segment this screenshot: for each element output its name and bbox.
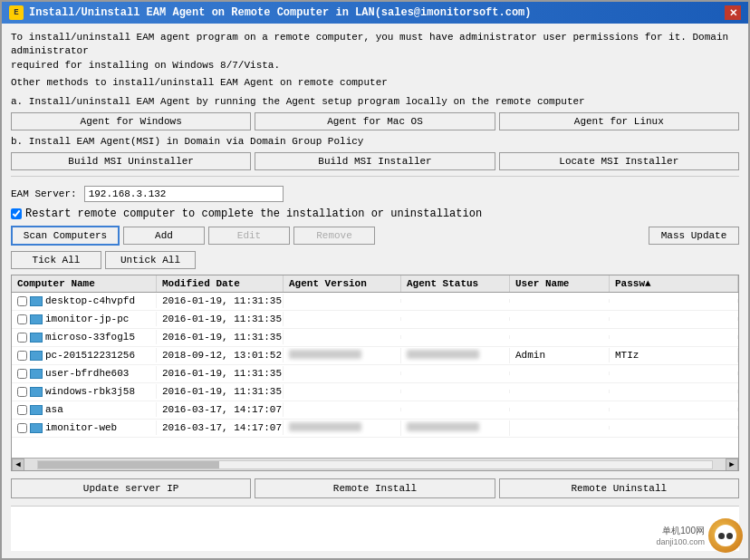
table-row[interactable]: pc-2015122312562018-09-12, 13:01:52Admin… <box>12 347 738 365</box>
table-row[interactable]: user-bfrdhe6032016-01-19, 11:31:35 <box>12 365 738 383</box>
cell-computer-name: imonitor-web <box>12 420 157 435</box>
cell-date: 2016-03-17, 14:17:07 <box>157 420 284 435</box>
cell-agent-version <box>284 348 401 363</box>
cell-password <box>610 372 738 375</box>
server-ip-input[interactable] <box>84 186 284 202</box>
col-computer-name: Computer Name <box>12 275 157 292</box>
app-icon: E <box>9 5 24 20</box>
cell-agent-status <box>401 390 510 393</box>
table-row[interactable]: asa2016-03-17, 14:17:07 <box>12 401 738 420</box>
remote-uninstall-button[interactable]: Remote Uninstall <box>499 478 739 498</box>
table-row[interactable]: imonitor-jp-pc2016-01-19, 11:31:35 <box>12 311 738 329</box>
edit-button[interactable]: Edit <box>208 227 290 245</box>
watermark-url: danji100.com <box>656 537 705 546</box>
horizontal-scrollbar[interactable]: ◀ ▶ <box>12 458 738 470</box>
build-msi-uninstaller-button[interactable]: Build MSI Uninstaller <box>11 152 251 170</box>
cell-password <box>610 426 738 430</box>
cell-agent-status <box>401 372 510 375</box>
restart-label: Restart remote computer to complete the … <box>25 208 482 220</box>
agent-linux-button[interactable]: Agent for Linux <box>499 112 739 130</box>
cell-user <box>510 426 610 430</box>
table-row[interactable]: desktop-c4hvpfd2016-01-19, 11:31:35 <box>12 293 738 311</box>
untick-all-button[interactable]: Untick All <box>105 251 196 269</box>
scroll-right-btn[interactable]: ▶ <box>726 459 738 471</box>
cell-computer-name: imonitor-jp-pc <box>12 312 157 326</box>
table-body[interactable]: desktop-c4hvpfd2016-01-19, 11:31:35imoni… <box>12 293 738 458</box>
agent-windows-button[interactable]: Agent for Windows <box>11 112 251 130</box>
build-msi-installer-button[interactable]: Build MSI Installer <box>255 152 495 170</box>
cell-computer-name: desktop-c4hvpfd <box>12 294 157 308</box>
restart-checkbox-row: Restart remote computer to complete the … <box>11 208 739 220</box>
cell-computer-name: user-bfrdhe603 <box>12 366 157 381</box>
title-bar: E Install/Uninstall EAM Agent on Remote … <box>2 2 748 24</box>
cell-agent-version <box>284 299 401 303</box>
cell-user <box>510 335 610 339</box>
computer-icon <box>30 333 43 343</box>
cell-password <box>610 390 738 393</box>
table-row[interactable]: microso-33fogl52016-01-19, 11:31:35 <box>12 329 738 347</box>
cell-user <box>510 390 610 393</box>
computer-icon <box>30 405 43 415</box>
cell-password <box>610 408 738 411</box>
cell-date: 2016-01-19, 11:31:35 <box>157 312 284 326</box>
mass-update-button[interactable]: Mass Update <box>649 227 739 245</box>
cell-user <box>510 299 610 303</box>
cell-agent-version <box>284 317 401 321</box>
scan-computers-button[interactable]: Scan Computers <box>11 226 120 246</box>
table-header: Computer Name Modified Date Agent Versio… <box>12 275 738 293</box>
cell-agent-status <box>401 408 510 411</box>
col-user-name: User Name <box>510 275 610 292</box>
cell-computer-name: windows-rbk3j58 <box>12 384 157 399</box>
cell-user: Admin <box>510 348 610 362</box>
computer-icon <box>30 296 43 306</box>
watermark: 单机100网 danji100.com <box>656 518 743 553</box>
agent-buttons-row: Agent for Windows Agent for Mac OS Agent… <box>11 112 739 130</box>
table-row[interactable]: imonitor-web2016-03-17, 14:17:07 <box>12 420 738 438</box>
computer-icon <box>30 387 43 397</box>
scroll-left-btn[interactable]: ◀ <box>12 459 24 471</box>
server-row: EAM Server: <box>11 186 739 202</box>
col-agent-version: Agent Version <box>284 275 401 292</box>
bottom-area <box>11 506 739 551</box>
cell-password <box>610 335 738 339</box>
col-modified-date: Modified Date <box>157 275 284 292</box>
cell-date: 2016-01-19, 11:31:35 <box>157 384 284 399</box>
scroll-track <box>37 460 713 469</box>
cell-agent-version <box>284 420 401 436</box>
cell-date: 2016-01-19, 11:31:35 <box>157 330 284 344</box>
remote-install-button[interactable]: Remote Install <box>255 478 495 498</box>
cell-computer-name: asa <box>12 402 157 417</box>
update-server-ip-button[interactable]: Update server IP <box>11 478 251 498</box>
restart-checkbox[interactable] <box>11 208 22 219</box>
msi-buttons-row: Build MSI Uninstaller Build MSI Installe… <box>11 152 739 170</box>
bottom-buttons-row: Update server IP Remote Install Remote U… <box>11 478 739 498</box>
server-label: EAM Server: <box>11 188 77 199</box>
cell-date: 2016-01-19, 11:31:35 <box>157 366 284 381</box>
cell-computer-name: pc-201512231256 <box>12 348 157 362</box>
col-agent-status: Agent Status <box>401 275 510 292</box>
cell-agent-status <box>401 299 510 303</box>
table-row[interactable]: windows-rbk3j582016-01-19, 11:31:35 <box>12 383 738 401</box>
cell-agent-status <box>401 420 510 436</box>
agent-mac-button[interactable]: Agent for Mac OS <box>255 112 495 130</box>
locate-msi-installer-button[interactable]: Locate MSI Installer <box>499 152 739 170</box>
computer-icon <box>30 423 43 433</box>
cell-date: 2016-01-19, 11:31:35 <box>157 294 284 308</box>
info-text: To install/uninstall EAM agent program o… <box>11 31 739 72</box>
add-button[interactable]: Add <box>123 227 205 245</box>
cell-date: 2018-09-12, 13:01:52 <box>157 348 284 362</box>
cell-computer-name: microso-33fogl5 <box>12 330 157 344</box>
computer-icon <box>30 314 43 324</box>
cell-user <box>510 408 610 411</box>
computers-table: Computer Name Modified Date Agent Versio… <box>11 275 739 471</box>
close-button[interactable]: ✕ <box>725 5 741 20</box>
tick-all-button[interactable]: Tick All <box>11 251 101 269</box>
window-title: Install/Uninstall EAM Agent on Remote Co… <box>29 6 532 19</box>
tick-row: Tick All Untick All <box>11 251 739 269</box>
scroll-thumb[interactable] <box>38 461 219 468</box>
cell-agent-version <box>284 408 401 411</box>
divider-1 <box>11 176 739 177</box>
cell-user <box>510 372 610 375</box>
remove-button[interactable]: Remove <box>293 227 375 245</box>
cell-user <box>510 317 610 321</box>
